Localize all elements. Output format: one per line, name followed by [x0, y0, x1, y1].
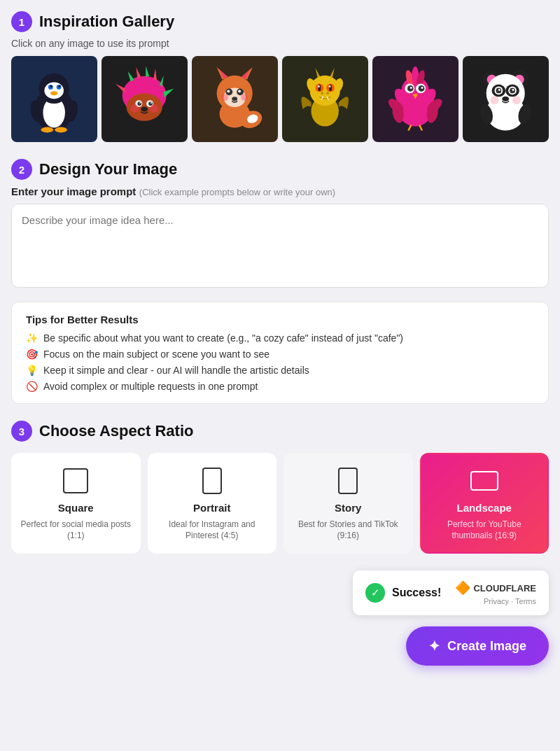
tip-text-3: Keep it simple and clear - our AI will h… — [43, 365, 309, 376]
landscape-label: Landscape — [457, 502, 512, 514]
step1-badge: 1 — [11, 11, 32, 32]
svg-point-30 — [141, 107, 148, 112]
aspect-card-square[interactable]: Square Perfect for social media posts (1… — [11, 453, 141, 554]
svg-point-90 — [486, 74, 525, 113]
svg-point-98 — [512, 89, 514, 91]
portrait-desc: Ideal for Instagram and Pinterest (4:5) — [156, 519, 269, 541]
prompt-label: Enter your image prompt — [11, 185, 136, 197]
tip-icon-2: 🎯 — [26, 349, 38, 360]
svg-point-3 — [45, 83, 64, 99]
svg-marker-17 — [136, 67, 141, 78]
svg-point-58 — [329, 85, 331, 87]
svg-point-100 — [491, 97, 499, 105]
create-btn-label: Create Image — [447, 639, 526, 654]
aspect-card-story[interactable]: Story Best for Stories and TikTok (9:16) — [284, 453, 413, 554]
svg-point-26 — [138, 101, 142, 106]
square-desc: Perfect for social media posts (1:1) — [20, 519, 132, 541]
svg-line-84 — [419, 125, 422, 131]
cloudflare-logo: 🔶 CLOUDFLARE — [455, 580, 536, 596]
gallery-item-fox[interactable] — [192, 56, 278, 142]
story-label: Story — [335, 502, 361, 514]
toast-success-text: Success! — [392, 587, 441, 599]
design-section: 2 Design Your Image Enter your image pro… — [11, 159, 549, 290]
aspect-ratio-section: 3 Choose Aspect Ratio Square Perfect for… — [11, 421, 549, 554]
svg-marker-19 — [153, 69, 157, 80]
gallery-grid — [11, 56, 549, 142]
cloudflare-name: CLOUDFLARE — [473, 583, 536, 594]
cloudflare-links: Privacy · Terms — [484, 597, 536, 605]
svg-point-57 — [318, 85, 320, 87]
aspect-card-portrait[interactable]: Portrait Ideal for Instagram and Pintere… — [148, 453, 277, 554]
success-check-icon: ✓ — [365, 583, 385, 603]
svg-marker-18 — [146, 66, 149, 77]
wand-icon: ✦ — [428, 638, 440, 654]
svg-point-56 — [329, 85, 332, 92]
tip-item-2: 🎯 Focus on the main subject or scene you… — [26, 349, 534, 360]
success-toast: ✓ Success! 🔶 CLOUDFLARE Privacy · Terms — [353, 570, 549, 615]
svg-point-99 — [503, 97, 510, 101]
svg-point-46 — [232, 97, 238, 101]
tip-icon-4: 🚫 — [26, 381, 38, 392]
tip-text-1: Be specific about what you want to creat… — [43, 332, 403, 344]
tip-item-3: 💡 Keep it simple and clear - our AI will… — [26, 365, 534, 376]
gallery-item-bird[interactable] — [372, 56, 458, 142]
svg-point-48 — [241, 94, 248, 101]
cf-privacy-link[interactable]: Privacy — [484, 597, 509, 605]
svg-point-55 — [318, 85, 321, 92]
svg-marker-20 — [160, 76, 164, 87]
story-desc: Best for Stories and TikTok (9:16) — [292, 519, 405, 541]
svg-point-14 — [55, 127, 67, 133]
square-label: Square — [58, 502, 94, 514]
section1-title: Inspiration Gallery — [39, 13, 174, 31]
story-icon — [332, 465, 363, 496]
cloudflare-flame-icon: 🔶 — [455, 580, 470, 596]
tips-box: Tips for Better Results ✨ Be specific ab… — [11, 302, 549, 404]
svg-point-60 — [326, 92, 329, 95]
svg-point-78 — [410, 87, 412, 89]
svg-point-97 — [498, 89, 500, 91]
tip-icon-1: ✨ — [26, 332, 38, 344]
landscape-icon — [469, 465, 500, 496]
gallery-item-dragon[interactable] — [282, 56, 368, 142]
tip-text-4: Avoid complex or multiple requests in on… — [43, 381, 258, 392]
create-image-button[interactable]: ✦ Create Image — [406, 626, 549, 666]
prompt-label-row: Enter your image prompt (Click example p… — [11, 185, 549, 198]
cf-terms-link[interactable]: Terms — [515, 597, 536, 605]
svg-point-32 — [150, 104, 158, 113]
prompt-textarea[interactable] — [11, 204, 549, 288]
inspiration-gallery-section: 1 Inspiration Gallery Click on any image… — [11, 11, 549, 142]
svg-point-47 — [222, 94, 229, 101]
square-icon — [60, 465, 91, 496]
step2-badge: 2 — [11, 159, 32, 180]
gallery-item-penguin[interactable] — [11, 56, 97, 142]
section2-title: Design Your Image — [39, 160, 177, 178]
gallery-item-panda[interactable] — [463, 56, 549, 142]
section1-header: 1 Inspiration Gallery — [11, 11, 549, 32]
create-btn-area: ✦ Create Image — [11, 626, 549, 666]
section3-header: 3 Choose Aspect Ratio — [11, 421, 549, 442]
toast-area: ✓ Success! 🔶 CLOUDFLARE Privacy · Terms — [11, 570, 549, 615]
tips-title: Tips for Better Results — [26, 314, 534, 325]
landscape-desc: Perfect for YouTube thumbnails (16:9) — [428, 519, 541, 541]
gallery-subtitle: Click on any image to use its prompt — [11, 38, 549, 49]
step3-badge: 3 — [11, 421, 32, 442]
svg-point-9 — [59, 85, 61, 87]
svg-point-13 — [41, 127, 54, 133]
gallery-item-hedgehog[interactable] — [102, 56, 188, 142]
portrait-label: Portrait — [193, 502, 230, 514]
svg-point-79 — [421, 87, 424, 89]
tip-icon-3: 💡 — [26, 365, 38, 376]
svg-marker-16 — [128, 71, 134, 82]
svg-line-83 — [409, 125, 412, 131]
aspect-card-landscape[interactable]: Landscape Perfect for YouTube thumbnails… — [420, 453, 550, 554]
prompt-hint: (Click example prompts below or write yo… — [139, 187, 335, 197]
tip-item-4: 🚫 Avoid complex or multiple requests in … — [26, 381, 534, 392]
svg-point-29 — [150, 102, 152, 104]
tips-list: ✨ Be specific about what you want to cre… — [26, 332, 534, 392]
svg-point-31 — [131, 104, 139, 113]
svg-point-10 — [51, 92, 58, 96]
svg-point-28 — [140, 102, 141, 104]
portrait-icon — [197, 465, 227, 496]
svg-point-59 — [321, 92, 324, 95]
tip-item-1: ✨ Be specific about what you want to cre… — [26, 332, 534, 344]
